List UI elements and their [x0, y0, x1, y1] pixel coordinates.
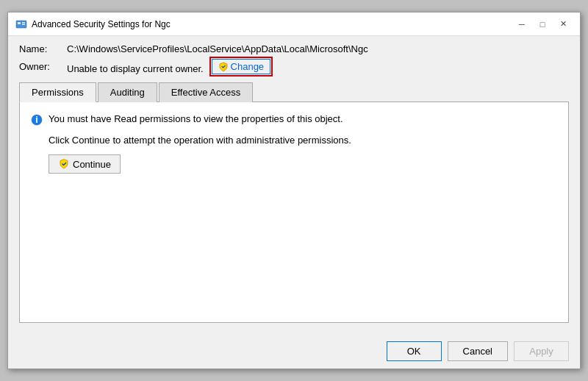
owner-row: Owner: Unable to display current owner. … [19, 59, 569, 74]
continue-button[interactable]: Continue [49, 154, 121, 174]
content-area: Name: C:\Windows\ServiceProfiles\LocalSe… [8, 36, 580, 334]
title-bar: Advanced Security Settings for Ngc ─ □ ✕ [8, 13, 580, 36]
svg-rect-2 [22, 22, 25, 24]
info-message: i You must have Read permissions to view… [31, 113, 557, 126]
unable-to-display-text: Unable to display current owner. [67, 63, 204, 74]
apply-button: Apply [514, 341, 569, 361]
window-title: Advanced Security Settings for Ngc [32, 19, 171, 29]
shield-icon [218, 62, 229, 72]
ok-button[interactable]: OK [387, 341, 442, 361]
info-icon: i [31, 114, 43, 126]
shield-continue-icon [58, 158, 70, 170]
tab-bar: Permissions Auditing Effective Access [19, 82, 569, 102]
owner-unable-text: Unable to display current owner. Change [67, 59, 569, 74]
title-bar-left: Advanced Security Settings for Ngc [15, 18, 171, 30]
tab-content-permissions: i You must have Read permissions to view… [19, 102, 569, 323]
cancel-button[interactable]: Cancel [448, 341, 508, 361]
name-label: Name: [19, 43, 67, 54]
name-value: C:\Windows\ServiceProfiles\LocalService\… [67, 43, 569, 54]
tab-effective-access[interactable]: Effective Access [159, 82, 253, 102]
tab-auditing[interactable]: Auditing [98, 82, 157, 102]
title-bar-controls: ─ □ ✕ [512, 17, 573, 32]
maximize-button[interactable]: □ [533, 17, 552, 32]
owner-label: Owner: [19, 61, 67, 72]
main-window: Advanced Security Settings for Ngc ─ □ ✕… [7, 12, 581, 369]
svg-rect-1 [18, 22, 21, 24]
tab-permissions[interactable]: Permissions [19, 82, 96, 102]
svg-text:i: i [35, 114, 38, 125]
change-button[interactable]: Change [212, 59, 271, 74]
click-continue-description: Click Continue to attempt the operation … [49, 135, 557, 146]
window-icon [15, 18, 27, 30]
minimize-button[interactable]: ─ [512, 17, 531, 32]
svg-rect-3 [22, 24, 25, 25]
continue-label: Continue [73, 159, 111, 170]
close-button[interactable]: ✕ [553, 17, 573, 32]
name-row: Name: C:\Windows\ServiceProfiles\LocalSe… [19, 43, 569, 54]
info-message-text: You must have Read permissions to view t… [49, 113, 343, 124]
footer-buttons: OK Cancel Apply [8, 334, 580, 368]
change-label: Change [231, 61, 265, 72]
